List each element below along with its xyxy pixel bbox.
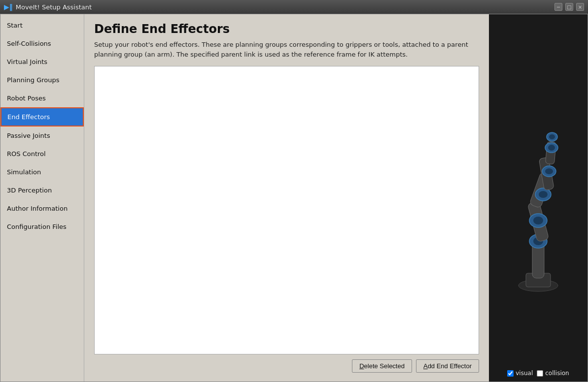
svg-point-7: [533, 217, 543, 224]
add-end-effector-button[interactable]: Add End Effector: [416, 359, 479, 373]
visual-checkbox[interactable]: [507, 370, 514, 377]
sidebar-item-3d-perception[interactable]: 3D Perception: [0, 181, 84, 199]
sidebar-item-passive-joints[interactable]: Passive Joints: [0, 127, 84, 145]
content-area: StartSelf-CollisionsVirtual JointsPlanni…: [0, 14, 588, 382]
robot-visualization: [499, 98, 578, 295]
bottom-bar: Delete Selected Add End Effector: [94, 359, 479, 377]
svg-point-16: [548, 145, 555, 151]
app-logo: ▶‖: [4, 3, 13, 11]
sidebar-item-planning-groups[interactable]: Planning Groups: [0, 71, 84, 89]
titlebar-title: MoveIt! Setup Assistant: [16, 3, 92, 11]
visual-label[interactable]: visual: [516, 370, 533, 377]
close-button[interactable]: ×: [576, 3, 584, 11]
main-panel: Define End Effectors Setup your robot's …: [84, 14, 489, 382]
right-panel: visual collision: [489, 14, 588, 382]
titlebar-controls[interactable]: ─ □ ×: [554, 3, 584, 11]
sidebar-item-configuration-files[interactable]: Configuration Files: [0, 218, 84, 236]
svg-point-13: [545, 168, 553, 174]
collision-control[interactable]: collision: [537, 370, 569, 377]
page-description: Setup your robot's end effectors. These …: [94, 40, 469, 59]
sidebar-item-virtual-joints[interactable]: Virtual Joints: [0, 53, 84, 71]
sidebar-item-ros-control[interactable]: ROS Control: [0, 145, 84, 163]
minimize-button[interactable]: ─: [554, 3, 562, 11]
titlebar-left: ▶‖ MoveIt! Setup Assistant: [4, 3, 92, 11]
add-end-effector-label: Add End Effector: [423, 362, 472, 370]
main-window: StartSelf-CollisionsVirtual JointsPlanni…: [0, 14, 588, 382]
view-controls: visual collision: [507, 370, 569, 377]
delete-selected-button[interactable]: Delete Selected: [352, 359, 412, 373]
sidebar-item-self-collisions[interactable]: Self-Collisions: [0, 34, 84, 53]
sidebar-item-simulation[interactable]: Simulation: [0, 163, 84, 181]
page-title: Define End Effectors: [94, 22, 479, 36]
collision-checkbox[interactable]: [537, 370, 543, 377]
delete-selected-label: Delete Selected: [359, 362, 405, 370]
collision-label[interactable]: collision: [545, 370, 569, 377]
robot-view: [489, 14, 588, 370]
svg-point-10: [539, 191, 548, 198]
maximize-button[interactable]: □: [565, 3, 573, 11]
sidebar-item-author-information[interactable]: Author Information: [0, 199, 84, 218]
sidebar-item-end-effectors[interactable]: End Effectors: [0, 107, 84, 127]
table-container: [94, 66, 479, 354]
titlebar: ▶‖ MoveIt! Setup Assistant ─ □ ×: [0, 0, 588, 14]
sidebar: StartSelf-CollisionsVirtual JointsPlanni…: [0, 14, 84, 382]
visual-control[interactable]: visual: [507, 370, 533, 377]
sidebar-item-robot-poses[interactable]: Robot Poses: [0, 89, 84, 107]
svg-point-18: [549, 134, 555, 139]
sidebar-item-start[interactable]: Start: [0, 16, 84, 34]
